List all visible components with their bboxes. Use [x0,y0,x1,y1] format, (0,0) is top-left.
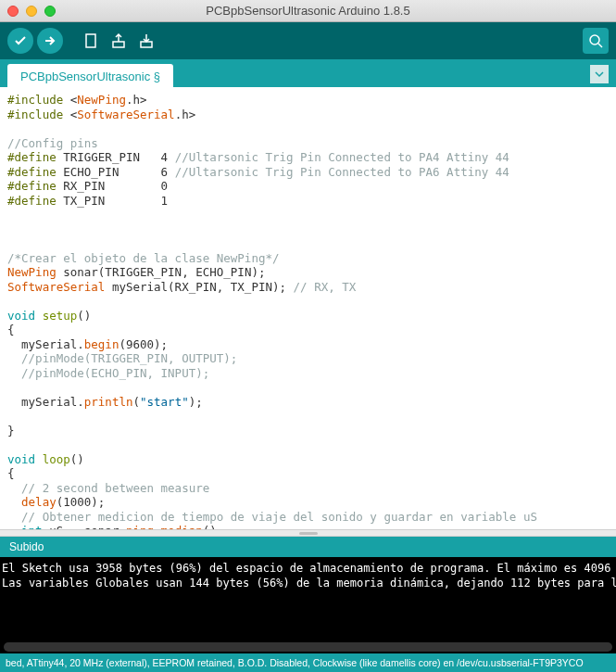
code-token: (1000); [57,495,106,509]
code-token: setup [43,309,78,323]
code-token: loop [43,452,70,466]
code-token: /*Crear el objeto de la clase NewPing*/ [7,251,280,265]
new-sketch-button[interactable] [78,28,104,54]
code-token: #define [7,150,57,164]
code-token [35,309,43,323]
tab-bar: PCBpbSensorUltrasonic § [0,59,616,87]
svg-rect-0 [86,34,95,47]
save-sketch-button[interactable] [133,28,159,54]
code-token: SoftwareSerial [77,108,174,121]
code-token: //Ultarsonic Trig Pin Connected to PA4 A… [175,150,509,164]
console-scrollbar[interactable] [0,640,616,653]
code-token: #define [7,194,57,208]
tab-menu-button[interactable] [590,65,609,83]
serial-monitor-button[interactable] [583,28,609,54]
output-console[interactable]: El Sketch usa 3958 bytes (96%) del espac… [0,557,616,640]
upload-button[interactable] [37,28,63,54]
tab-active[interactable]: PCBpbSensorUltrasonic § [7,64,173,87]
code-token: mySerial(RX_PIN, TX_PIN); [105,280,293,294]
open-sketch-button[interactable] [106,28,132,54]
code-token: NewPing [7,265,57,279]
code-token: ( [132,395,140,409]
code-editor[interactable]: #include <NewPing.h> #include <SoftwareS… [0,87,616,529]
svg-point-3 [590,35,599,44]
code-token: mySerial. [7,337,84,351]
code-token: delay [21,495,57,509]
code-token: void [7,309,35,323]
magnifier-icon [587,32,604,49]
check-icon [13,33,28,48]
code-token: sonar(TRIGGER_PIN, ECHO_PIN); [57,265,266,279]
code-token: < [63,93,77,107]
code-token: .h> [175,108,196,121]
code-token: // Obtener medicion de tiempo de viaje d… [7,510,537,524]
file-icon [82,32,99,49]
code-token: .h> [126,93,147,107]
code-token: ); [189,395,203,409]
editor-console-divider[interactable] [0,529,616,537]
verify-button[interactable] [7,28,33,54]
chevron-down-icon [595,70,604,79]
code-token: { [7,466,15,480]
code-token: println [84,395,133,409]
code-token: TX_PIN 1 [57,194,168,208]
code-token: //Ultarsonic Trig Pin Connected to PA6 A… [175,165,509,179]
code-token: () [70,452,84,466]
arrow-right-icon [43,33,57,48]
code-token: //Config pins [7,136,98,150]
code-token: //pinMode(ECHO_PIN, INPUT); [7,366,209,380]
code-token: // 2 second between measure [7,481,209,495]
board-info-text: bed, ATtiny44, 20 MHz (external), EEPROM… [6,657,610,668]
window-title: PCBpbSensorUltrasonic Arduino 1.8.5 [0,4,616,18]
arrow-up-icon [110,32,127,49]
console-line: Las variables Globales usan 144 bytes (5… [2,577,616,590]
code-token [35,452,43,466]
code-token: < [63,108,77,121]
code-token: #define [7,179,57,193]
code-token: #define [7,165,57,179]
window-titlebar: PCBpbSensorUltrasonic Arduino 1.8.5 [0,0,616,22]
code-token: () [77,309,91,323]
scrollbar-track [4,642,612,652]
code-token: "start" [140,395,189,409]
code-token: TRIGGER_PIN 4 [57,150,175,164]
svg-rect-1 [113,42,124,47]
code-token: (9600); [119,337,168,351]
code-token: RX_PIN 0 [57,179,168,193]
code-token: SoftwareSerial [7,280,105,294]
arrow-down-icon [138,32,155,49]
code-token: #include [7,108,63,121]
code-token [7,495,21,509]
code-token: //pinMode(TRIGGER_PIN, OUTPUT); [7,351,237,365]
toolbar [0,22,616,59]
code-token: // RX, TX [294,280,357,294]
code-token: void [7,452,35,466]
tab-label: PCBpbSensorUltrasonic § [20,70,160,83]
board-info-bar: bed, ATtiny44, 20 MHz (external), EEPROM… [0,653,616,672]
code-token: NewPing [77,93,126,107]
code-token: ECHO_PIN 6 [57,165,175,179]
status-bar: Subido [0,537,616,557]
code-token: #include [7,93,63,107]
code-token: mySerial. [7,395,84,409]
console-line: El Sketch usa 3958 bytes (96%) del espac… [2,562,616,575]
code-token: } [7,424,15,437]
status-text: Subido [9,540,44,553]
code-token: begin [84,337,119,351]
code-token: { [7,323,15,336]
